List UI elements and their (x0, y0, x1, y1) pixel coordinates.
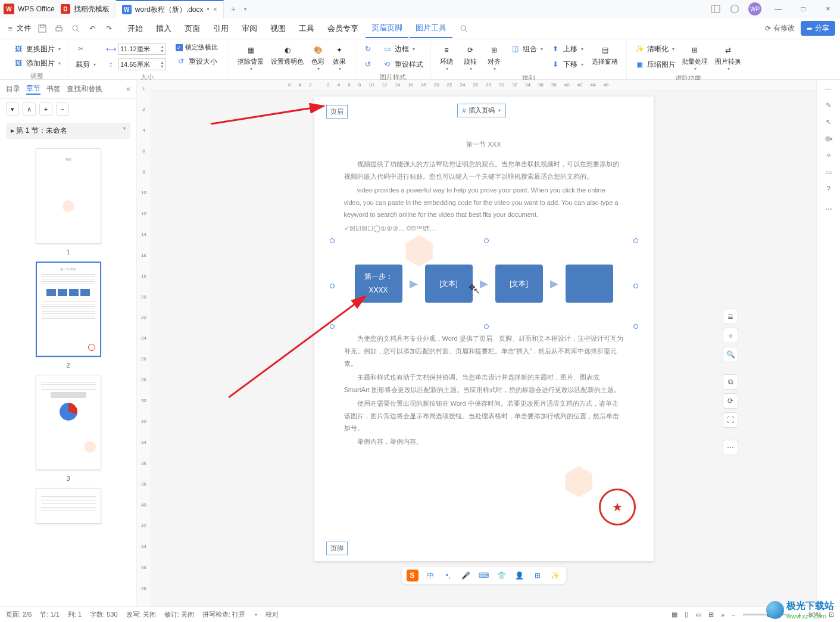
set-alpha-button[interactable]: ◐设置透明色 (267, 42, 307, 73)
border-button[interactable]: ▭边框▾ (379, 42, 426, 56)
menu-tab-review[interactable]: 审阅 (236, 20, 263, 38)
reset-style-button[interactable]: ⟲重设样式 (379, 57, 426, 71)
status-section[interactable]: 节: 1/1 (40, 610, 59, 619)
menu-tab-insert[interactable]: 插入 (150, 20, 177, 38)
hamburger-icon[interactable]: ≡ (5, 23, 15, 34)
thumbnail-page-4[interactable] (36, 488, 101, 524)
remove-bg-button[interactable]: ▦抠除背景▾ (234, 42, 267, 73)
change-picture-button[interactable]: 🖼更换图片▾ (11, 42, 63, 56)
section-header-row[interactable]: ▸ 第 1 节：未命名 ▾ (6, 123, 130, 139)
convert-button[interactable]: ⇄图片转换▾ (711, 42, 745, 73)
float-copy-icon[interactable]: ⧉ (723, 374, 738, 390)
navpane-tab-sections[interactable]: 章节 (26, 83, 40, 95)
navpane-add-button[interactable]: + (39, 102, 52, 116)
rail-pen-icon[interactable]: ✎ (826, 101, 832, 110)
navpane-tab-toc[interactable]: 目录 (6, 84, 20, 94)
punctuation-icon[interactable]: •, (442, 570, 454, 581)
reset-size-button[interactable]: ↺重设大小 (173, 54, 220, 69)
compress-button[interactable]: ▣压缩图片 (632, 57, 678, 71)
select-pane-button[interactable]: ▤选择窗格 (588, 42, 622, 73)
keyboard-icon[interactable]: ⌨ (478, 570, 490, 581)
lock-ratio-checkbox[interactable]: ✓锁定纵横比 (173, 42, 220, 53)
close-tab-icon[interactable]: × (213, 5, 217, 14)
person-icon[interactable]: 👤 (514, 570, 526, 581)
minimize-button[interactable]: — (770, 5, 786, 13)
align-button[interactable]: ⊞对齐▾ (483, 42, 505, 73)
navpane-close-button[interactable]: × (126, 85, 130, 94)
send-back-button[interactable]: ⬇下移▾ (548, 57, 586, 71)
batch-button[interactable]: ⊞批量处理▾ (678, 42, 711, 73)
rail-more-icon[interactable]: ⋯ (825, 205, 832, 213)
bring-forward-button[interactable]: ⬆上移▾ (548, 42, 586, 56)
menu-tab-view[interactable]: 视图 (264, 20, 292, 38)
float-more-icon[interactable]: ⋯ (723, 440, 738, 455)
navpane-tab-bookmarks[interactable]: 书签 (46, 84, 61, 94)
skin-icon[interactable]: 👕 (496, 570, 508, 581)
menu-tab-headerfooter[interactable]: 页眉页脚 (366, 19, 408, 38)
rail-settings-icon[interactable]: ⟴ (825, 135, 833, 143)
crop-button[interactable]: ✂ (73, 42, 98, 56)
footer-label[interactable]: 页脚 (326, 542, 348, 555)
view-layout-icon[interactable]: ▦ (672, 611, 677, 618)
zoom-out-button[interactable]: − (732, 611, 735, 618)
height-input[interactable]: 14.65厘米▲▼ (118, 58, 166, 70)
menu-tab-picture-tools[interactable]: 图片工具 (410, 19, 452, 38)
clear-button[interactable]: ✨清晰化▾ (632, 42, 678, 56)
rotate-ccw-button[interactable]: ↺ (360, 57, 376, 71)
group-button[interactable]: ◫组合▾ (507, 42, 545, 56)
thumbnail-page-3[interactable] (36, 375, 101, 470)
navpane-collapse-button[interactable]: ∧ (23, 102, 36, 116)
tab-templates[interactable]: D 找稻壳模板 (55, 0, 116, 18)
rotate-cw-button[interactable]: ↻ (360, 42, 376, 56)
share-button[interactable]: ➦ 分享 (801, 21, 835, 36)
float-zoom-icon[interactable]: 🔍 (723, 347, 738, 362)
rail-magic-icon[interactable]: ✧ (826, 151, 832, 160)
color-button[interactable]: 🎨色彩▾ (307, 42, 329, 73)
float-crop-icon[interactable]: ⟐ (723, 328, 738, 343)
menu-tab-tools[interactable]: 工具 (293, 20, 320, 38)
cube-icon[interactable] (729, 4, 740, 14)
crop-label-button[interactable]: 裁剪▾ (73, 57, 98, 71)
rotate-menu-button[interactable]: ⟳旋转▾ (460, 42, 481, 73)
view-web-icon[interactable]: ⊞ (708, 611, 714, 618)
navpane-dropdown-button[interactable]: ▾ (6, 102, 19, 116)
status-column[interactable]: 列: 1 (68, 610, 82, 619)
add-tab-button[interactable]: + (224, 4, 243, 14)
sogou-s-icon[interactable]: S (407, 570, 419, 581)
search-icon[interactable] (458, 23, 469, 34)
user-avatar[interactable]: WP (748, 2, 761, 15)
view-read-icon[interactable]: ▭ (695, 611, 701, 618)
thumbnail-page-1[interactable]: 标题 (36, 148, 101, 244)
view-page-icon[interactable]: ▯ (685, 611, 688, 618)
effect-button[interactable]: ✦效果▾ (329, 42, 350, 73)
sidebar-toggle-icon[interactable] (710, 4, 721, 14)
mic-icon[interactable]: 🎤 (460, 570, 472, 581)
rail-cursor-icon[interactable]: ↖ (826, 118, 832, 126)
status-page[interactable]: 页面: 2/6 (6, 610, 32, 619)
navpane-tab-find[interactable]: 查找和替换 (67, 84, 102, 94)
tab-document[interactable]: W word教程（新）.docx • × (116, 0, 224, 18)
status-overwrite[interactable]: 改写: 关闭 (126, 610, 156, 619)
sparkle-icon[interactable]: ✨ (549, 570, 561, 581)
status-spell[interactable]: 拼写检查: 打开 (202, 610, 245, 619)
preview-icon[interactable] (70, 23, 81, 34)
menu-tab-references[interactable]: 引用 (207, 20, 235, 38)
document-page[interactable]: 页眉 # 插入页码 ▾ 第一节 XXX 视频提供了功能强大的方法帮助您证明您的观… (314, 97, 654, 561)
save-icon[interactable] (37, 23, 48, 34)
insert-page-number-button[interactable]: # 插入页码 ▾ (457, 104, 506, 117)
close-button[interactable]: × (820, 5, 836, 13)
selected-image-wrapper[interactable]: ⬢ 第一步：XXXX ▶ [文本] ▶ [文本] ▶ ✥↖ (332, 241, 636, 326)
status-words[interactable]: 字数: 530 (90, 610, 117, 619)
maximize-button[interactable]: □ (795, 5, 811, 13)
menu-file[interactable]: 文件 (17, 23, 31, 33)
navpane-remove-button[interactable]: − (56, 102, 69, 116)
view-outline-icon[interactable]: » (721, 611, 725, 618)
redo-icon[interactable]: ↷ (104, 23, 114, 34)
width-input[interactable]: 11.12厘米▲▼ (118, 43, 166, 55)
wrap-button[interactable]: ≡环绕▾ (436, 42, 457, 73)
undo-icon[interactable]: ↶ (87, 23, 98, 34)
thumbnail-page-2[interactable]: 第一节 XXX (36, 262, 101, 357)
lang-toggle[interactable]: 中 (424, 570, 436, 581)
has-modify-indicator[interactable]: ⟳ 有修改 (765, 23, 795, 33)
rail-help-icon[interactable]: ? (826, 185, 830, 193)
